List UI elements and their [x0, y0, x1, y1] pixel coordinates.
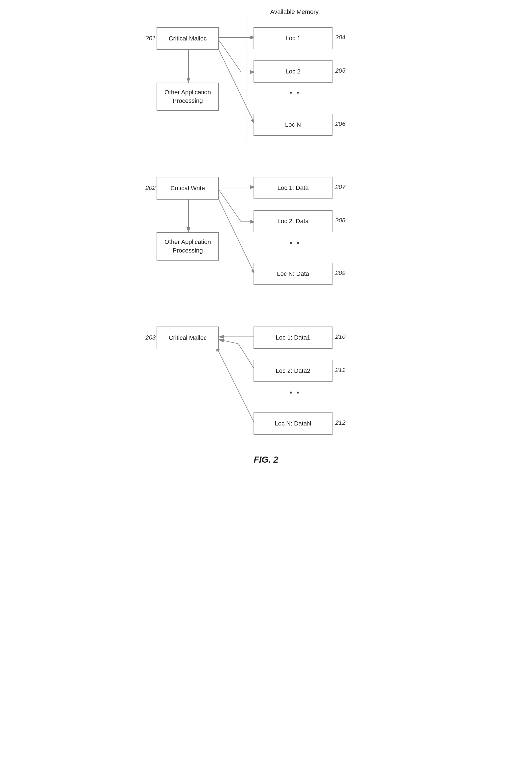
- locn-datan-box: Loc N: DataN: [253, 413, 332, 435]
- svg-line-1: [219, 40, 241, 72]
- loc1-box: Loc 1: [253, 27, 332, 49]
- loc1-data1-label: Loc 1: Data1: [276, 334, 310, 341]
- loc1-label: Loc 1: [286, 35, 300, 42]
- critical-write-box: Critical Write: [157, 177, 219, 199]
- ref-202: 202: [146, 184, 156, 191]
- figure-label: FIG. 2: [141, 455, 391, 465]
- svg-line-6: [219, 190, 241, 222]
- ref-203: 203: [146, 334, 156, 341]
- loc2-data-box: Loc 2: Data: [253, 210, 332, 232]
- svg-line-11: [238, 344, 255, 370]
- loc1-data-label: Loc 1: Data: [277, 184, 309, 191]
- other-app-processing-box-1: Other Application Processing: [157, 83, 219, 111]
- dots-section2: • •: [290, 238, 300, 247]
- locn-data-label: Loc N: Data: [277, 270, 309, 277]
- locn-data-box: Loc N: Data: [253, 263, 332, 285]
- loc1-data-box: Loc 1: Data: [253, 177, 332, 199]
- loc2-data2-label: Loc 2: Data2: [276, 367, 310, 374]
- other-app-processing-box-2: Other Application Processing: [157, 232, 219, 261]
- svg-line-8: [216, 194, 255, 274]
- other-app-label-1: Other Application Processing: [165, 88, 211, 105]
- loc2-data-label: Loc 2: Data: [277, 218, 309, 225]
- ref-212: 212: [335, 419, 346, 426]
- critical-malloc-box-1: Critical Malloc: [157, 27, 219, 50]
- loc2-data2-box: Loc 2: Data2: [253, 360, 332, 382]
- svg-line-12: [219, 340, 238, 344]
- ref-204: 204: [335, 34, 346, 41]
- svg-line-13: [216, 346, 255, 424]
- ref-201: 201: [146, 35, 156, 42]
- ref-208: 208: [335, 217, 346, 224]
- dots-section1: • •: [290, 88, 300, 97]
- critical-malloc-box-2: Critical Malloc: [157, 327, 219, 349]
- ref-205: 205: [335, 67, 346, 74]
- available-memory-label: Available Memory: [247, 8, 342, 16]
- locn-box: Loc N: [253, 114, 332, 136]
- critical-malloc-label-2: Critical Malloc: [169, 334, 207, 342]
- ref-207: 207: [335, 184, 346, 191]
- dots-section3: • •: [290, 388, 300, 397]
- critical-malloc-label-1: Critical Malloc: [169, 35, 207, 42]
- locn-datan-label: Loc N: DataN: [275, 420, 311, 427]
- ref-206: 206: [335, 120, 346, 127]
- other-app-label-2: Other Application Processing: [165, 238, 211, 255]
- loc1-data1-box: Loc 1: Data1: [253, 327, 332, 349]
- critical-write-label: Critical Write: [170, 185, 205, 192]
- ref-209: 209: [335, 269, 346, 277]
- loc2-box: Loc 2: [253, 60, 332, 83]
- ref-211: 211: [335, 366, 346, 374]
- ref-210: 210: [335, 333, 346, 341]
- locn-label: Loc N: [285, 121, 301, 128]
- loc2-label: Loc 2: [286, 68, 300, 75]
